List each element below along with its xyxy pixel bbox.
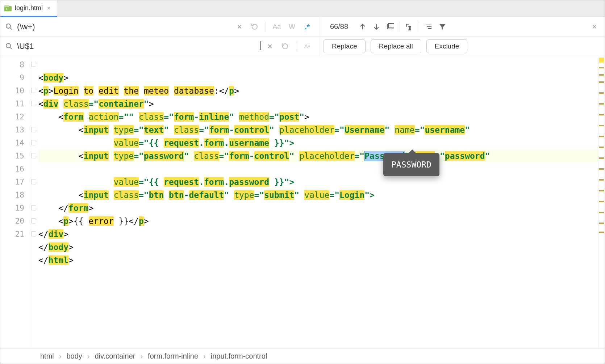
code-line: value="{{ request.form.username }}"> <box>38 138 294 148</box>
marker <box>599 201 604 202</box>
find-input[interactable] <box>15 22 231 31</box>
marker <box>599 67 604 68</box>
svg-line-15 <box>10 47 12 49</box>
svg-point-3 <box>6 24 11 28</box>
find-history-icon[interactable] <box>249 21 260 33</box>
line-number: 14 <box>0 136 24 149</box>
line-number: 20 <box>0 215 24 228</box>
html-file-icon: H <box>4 4 12 12</box>
code-line: <input class="btn btn-default" type="sub… <box>38 190 375 200</box>
select-all-occurrences-icon[interactable] <box>384 21 396 33</box>
breadcrumb-item[interactable]: input.form-control <box>211 352 267 360</box>
marker-strip[interactable] <box>598 56 605 348</box>
fold-toggle-icon[interactable] <box>31 101 36 106</box>
close-tab-icon[interactable]: × <box>46 5 52 12</box>
regex-toggle[interactable]: .* <box>301 21 313 33</box>
chevron-right-icon: › <box>203 352 206 360</box>
replace-bar: × AA Replace Replace all Exclude <box>0 37 605 56</box>
breadcrumb-item[interactable]: div.container <box>95 352 135 360</box>
replace-buttons: Replace Replace all Exclude <box>319 37 605 56</box>
line-number: 12 <box>0 110 24 123</box>
new-search-session-icon[interactable]: ][ <box>404 21 415 33</box>
breadcrumb: html › body › div.container › form.form-… <box>0 348 605 364</box>
tab-filename: login.html <box>15 4 43 12</box>
line-number: 16 <box>0 162 24 175</box>
editor-tab[interactable]: H login.html × <box>0 0 57 17</box>
find-bar: × Aa W .* 66/88 ][ × <box>0 17 605 37</box>
line-number: 11 <box>0 97 24 110</box>
svg-rect-8 <box>388 24 394 28</box>
code-line: </div> <box>38 229 68 239</box>
code-line: </form> <box>38 203 93 213</box>
fold-toggle-icon[interactable] <box>31 231 36 236</box>
find-input-wrap: × Aa W .* <box>0 17 319 36</box>
svg-line-4 <box>10 28 12 30</box>
fold-toggle-icon[interactable] <box>31 153 36 158</box>
marker <box>599 179 604 181</box>
line-number: 17 <box>0 175 24 189</box>
fold-toggle-icon[interactable] <box>31 88 36 93</box>
divider <box>296 41 296 51</box>
replace-history-icon[interactable] <box>279 41 291 52</box>
line-number: 18 <box>0 189 24 202</box>
line-number: 15 <box>0 149 24 162</box>
fold-toggle-icon[interactable] <box>31 205 36 210</box>
find-settings-icon[interactable] <box>423 21 434 33</box>
code-area[interactable]: <body> <p>Login to edit the meteo databa… <box>38 56 598 348</box>
marker <box>599 136 604 137</box>
fold-toggle-icon[interactable] <box>31 179 36 184</box>
fold-toggle-icon[interactable] <box>31 218 36 223</box>
prev-match-icon[interactable] <box>357 21 368 33</box>
svg-marker-13 <box>439 24 445 30</box>
line-number: 13 <box>0 123 24 136</box>
marker <box>599 168 604 170</box>
code-line: <input type="text" class="form-control" … <box>38 125 470 135</box>
find-controls: 66/88 ][ × <box>319 17 605 36</box>
next-match-icon[interactable] <box>371 21 382 33</box>
chevron-right-icon: › <box>59 352 62 360</box>
divider <box>400 22 400 32</box>
code-line: value="{{ request.form.password }}"> <box>38 177 294 187</box>
replace-input-wrap: × AA <box>0 37 319 56</box>
svg-text:H: H <box>6 7 9 11</box>
replace-search-icon[interactable] <box>3 41 15 52</box>
breadcrumb-item[interactable]: form.form-inline <box>148 352 198 360</box>
code-line: <form action="" class="form-inline" meth… <box>38 112 309 122</box>
clear-replace-icon[interactable]: × <box>264 41 276 52</box>
whole-word-toggle[interactable]: W <box>286 21 298 33</box>
marker <box>599 58 604 63</box>
preserve-case-icon[interactable]: AA <box>301 41 313 52</box>
divider <box>419 22 419 32</box>
line-number: 9 <box>0 71 24 84</box>
code-line: <body> <box>38 73 68 82</box>
code-line-current: <input type="password" class="form-contr… <box>38 149 598 162</box>
marker <box>599 212 604 213</box>
close-find-panel-icon[interactable]: × <box>588 22 600 31</box>
marker <box>599 125 604 126</box>
match-case-toggle[interactable]: Aa <box>271 21 283 33</box>
clear-find-icon[interactable]: × <box>234 21 245 33</box>
search-icon[interactable] <box>3 21 15 33</box>
filter-icon[interactable] <box>437 21 448 33</box>
replace-button[interactable]: Replace <box>324 39 366 53</box>
marker <box>599 232 604 233</box>
line-number: 10 <box>0 84 24 97</box>
fold-gutter <box>31 56 38 348</box>
svg-point-14 <box>6 43 11 48</box>
chevron-right-icon: › <box>140 352 143 360</box>
replace-all-button[interactable]: Replace all <box>371 39 421 53</box>
find-options: × Aa W .* <box>231 21 316 33</box>
fold-toggle-icon[interactable] <box>31 62 36 67</box>
editor: 8 9 10 11 12 13 14 15 16 17 18 19 20 21 … <box>0 56 605 348</box>
fold-toggle-icon[interactable] <box>31 127 36 132</box>
fold-toggle-icon[interactable] <box>31 140 36 145</box>
chevron-right-icon: › <box>87 352 90 360</box>
replace-input[interactable] <box>15 42 260 51</box>
exclude-button[interactable]: Exclude <box>426 39 468 53</box>
breadcrumb-item[interactable]: body <box>66 352 82 360</box>
marker <box>599 157 604 159</box>
marker <box>599 92 604 94</box>
line-number: 19 <box>0 202 24 215</box>
breadcrumb-item[interactable]: html <box>40 352 54 360</box>
marker <box>599 223 604 224</box>
